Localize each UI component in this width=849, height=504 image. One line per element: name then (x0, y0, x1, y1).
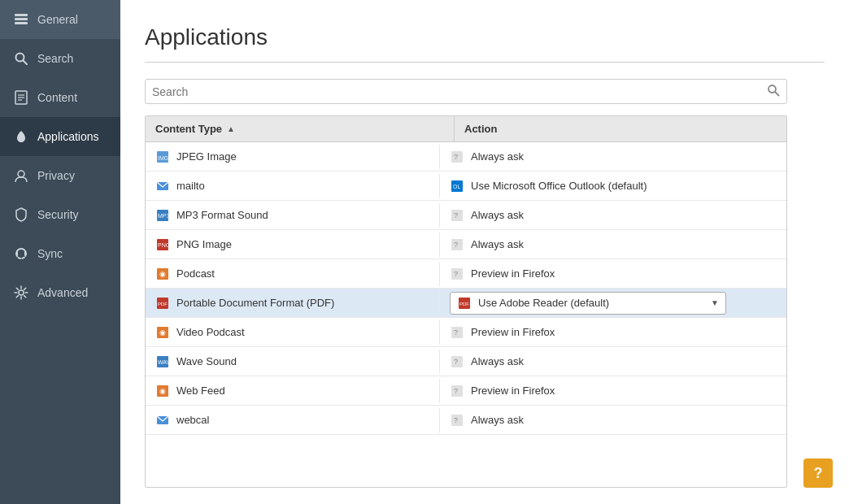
cell-action: ? Always ask (440, 232, 786, 257)
sidebar-item-sync[interactable]: Sync (0, 234, 120, 273)
applications-table: Content Type ▲ Action IMG JPEG Image ? (145, 115, 787, 488)
cell-content-type: MP3 MP3 Format Sound (146, 203, 440, 228)
page-title: Applications (145, 24, 825, 50)
content-type-name: MP3 Format Sound (176, 209, 268, 221)
sort-arrow-icon: ▲ (227, 124, 235, 133)
ask-icon3: ? (450, 413, 464, 428)
webcal-icon (155, 413, 170, 428)
svg-text:?: ? (454, 211, 458, 219)
content-type-name: PNG Image (176, 238, 232, 250)
table-row[interactable]: MP3 MP3 Format Sound ? Always ask (146, 201, 786, 230)
svg-text:◉: ◉ (159, 270, 166, 278)
svg-text:?: ? (454, 358, 458, 366)
title-divider (145, 62, 825, 63)
ask-icon: ? (450, 208, 464, 223)
action-text: Always ask (471, 209, 524, 221)
dropdown-content: PDF Use Adobe Reader (default) (457, 296, 609, 311)
firefox-icon3: ? (450, 384, 464, 398)
table-row[interactable]: IMG JPEG Image ? Always ask (146, 142, 786, 172)
advanced-icon (13, 285, 29, 301)
wavesound-icon: WAV (155, 354, 170, 369)
cell-action: ? Always ask (440, 350, 786, 374)
col-header-content-type[interactable]: Content Type ▲ (146, 116, 455, 141)
sidebar: General Search Content Applications (0, 0, 120, 504)
action-dropdown[interactable]: PDF Use Adobe Reader (default) ▼ (450, 292, 726, 315)
sidebar-item-general[interactable]: General (0, 0, 120, 39)
svg-text:PNG: PNG (158, 242, 169, 248)
cell-content-type: PDF Portable Document Format (PDF) (146, 291, 440, 315)
action-text: Always ask (471, 414, 524, 426)
table-row[interactable]: ◉ Podcast ? Preview in Firefox (146, 259, 786, 289)
firefox-icon2: ? (450, 325, 464, 340)
main-content: Applications Content Type ▲ Action (120, 0, 849, 504)
ask-icon: ? (450, 237, 464, 252)
table-row[interactable]: ◉ Web Feed ? Preview in Firefox (146, 376, 786, 406)
svg-line-14 (775, 92, 779, 96)
table-row[interactable]: WAV Wave Sound ? Always ask (146, 347, 786, 376)
sidebar-label-advanced: Advanced (37, 286, 88, 299)
sidebar-item-search[interactable]: Search (0, 39, 120, 78)
content-type-name: Portable Document Format (PDF) (176, 297, 334, 309)
svg-text:?: ? (454, 328, 458, 337)
cell-content-type: ◉ Video Podcast (146, 320, 440, 345)
sidebar-item-privacy[interactable]: Privacy (0, 156, 120, 195)
table-row-pdf[interactable]: PDF Portable Document Format (PDF) PDF U… (146, 289, 786, 318)
mailto-icon (155, 179, 170, 193)
svg-text:?: ? (454, 387, 458, 395)
sidebar-label-general: General (37, 13, 78, 26)
svg-text:WAV: WAV (158, 359, 169, 365)
sidebar-item-security[interactable]: Security (0, 195, 120, 234)
col-header-action[interactable]: Action (455, 116, 786, 141)
cell-action: ? Preview in Firefox (440, 379, 786, 403)
action-icon: ? (450, 150, 464, 164)
content-type-name: JPEG Image (176, 150, 237, 163)
cell-content-type: mailto (146, 174, 440, 198)
png-icon: PNG (155, 237, 170, 252)
svg-text:?: ? (454, 416, 458, 424)
action-text: Preview in Firefox (471, 267, 555, 280)
podcast-icon: ◉ (155, 267, 170, 281)
cell-action: ? Always ask (440, 203, 786, 228)
search-sidebar-icon (13, 50, 29, 67)
cell-action: ? Preview in Firefox (440, 262, 786, 286)
search-button[interactable] (767, 84, 780, 99)
cell-content-type: IMG JPEG Image (146, 145, 440, 169)
svg-line-4 (24, 61, 28, 65)
svg-text:?: ? (454, 241, 458, 249)
security-icon (13, 206, 29, 223)
svg-text:?: ? (454, 270, 458, 278)
content-type-name: Web Feed (176, 385, 225, 397)
sidebar-label-content: Content (37, 91, 77, 104)
svg-text:?: ? (454, 153, 458, 161)
search-input[interactable] (152, 85, 767, 98)
firefox-icon: ? (450, 267, 464, 281)
svg-point-12 (19, 290, 24, 295)
table-row[interactable]: webcal ? Always ask (146, 406, 786, 435)
col-action-label: Action (464, 123, 497, 135)
cell-content-type: WAV Wave Sound (146, 350, 440, 374)
svg-text:◉: ◉ (159, 387, 166, 395)
sidebar-label-applications: Applications (37, 130, 99, 143)
svg-rect-0 (15, 14, 28, 16)
table-row[interactable]: ◉ Video Podcast ? Preview in Firefox (146, 318, 786, 347)
sidebar-item-advanced[interactable]: Advanced (0, 273, 120, 312)
action-text: Preview in Firefox (471, 326, 555, 338)
svg-rect-2 (15, 22, 28, 24)
pdf-icon: PDF (155, 296, 170, 311)
sidebar-item-content[interactable]: Content (0, 78, 120, 117)
office-icon: OL (450, 179, 464, 193)
svg-text:PDF: PDF (459, 302, 469, 306)
sidebar-label-search: Search (37, 52, 73, 65)
table-row[interactable]: PNG PNG Image ? Always ask (146, 230, 786, 259)
privacy-icon (13, 167, 29, 184)
cell-action: OL Use Microsoft Office Outlook (default… (440, 174, 786, 198)
table-body: IMG JPEG Image ? Always ask mail (146, 142, 786, 487)
table-row[interactable]: mailto OL Use Microsoft Office Outlook (… (146, 172, 786, 201)
action-text: Use Microsoft Office Outlook (default) (471, 180, 647, 192)
videopodcast-icon: ◉ (155, 325, 170, 340)
content-type-name: webcal (176, 414, 209, 426)
sync-icon (13, 245, 29, 262)
ask-icon2: ? (450, 354, 464, 369)
help-button[interactable]: ? (803, 458, 833, 488)
sidebar-item-applications[interactable]: Applications (0, 117, 120, 156)
